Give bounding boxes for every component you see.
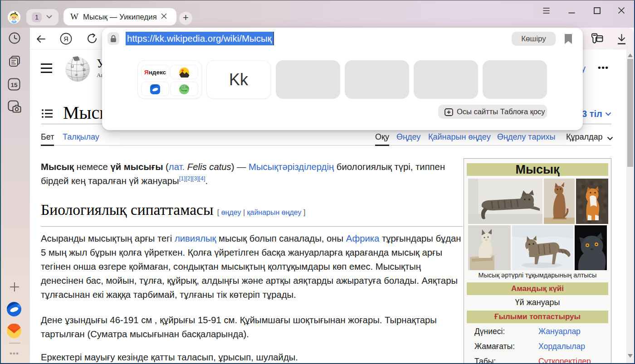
svg-text:Ω: Ω <box>71 64 74 68</box>
svg-text:15: 15 <box>10 82 18 88</box>
svg-text:Я: Я <box>64 35 68 43</box>
svg-text:ம: ம <box>75 73 78 77</box>
svg-text:И: И <box>83 68 86 72</box>
svg-text:7: 7 <box>83 73 85 78</box>
